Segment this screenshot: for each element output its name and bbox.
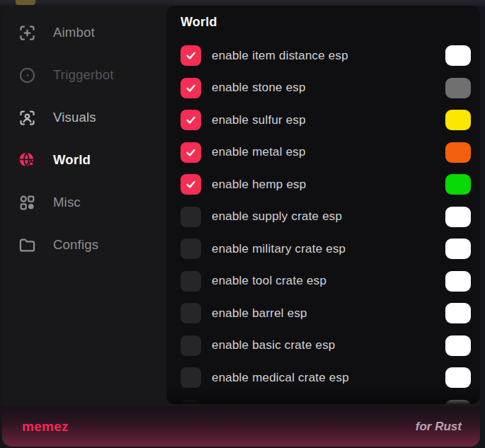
esp-settings-list: enable item distance esp enable stone es…: [166, 40, 480, 404]
screen: Aimbot Triggerbot Visuals World Misc Con…: [0, 0, 485, 448]
checkbox-enable-sulfur-esp[interactable]: [181, 110, 201, 130]
sidebar-item-label: Misc: [53, 195, 81, 210]
sidebar-item-label: Configs: [53, 237, 98, 253]
esp-row: enable sulfur esp: [166, 104, 480, 137]
color-swatch-enable-medical-crate-esp[interactable]: [445, 367, 471, 388]
background-strip: [0, 0, 485, 6]
color-swatch-enable-tool-crate-esp[interactable]: [445, 271, 471, 292]
footer: memez for Rust: [2, 406, 480, 447]
sidebar-item-configs[interactable]: Configs: [2, 224, 166, 266]
esp-row: enable stone esp: [166, 72, 480, 105]
color-swatch-enable-supply-crate-esp[interactable]: [445, 207, 471, 227]
sidebar-item-aimbot[interactable]: Aimbot: [2, 11, 166, 54]
color-swatch-enable-metal-esp[interactable]: [445, 142, 471, 163]
checkbox-enable-hemp-esp[interactable]: [181, 174, 201, 195]
color-swatch-partial-row[interactable]: [445, 400, 471, 404]
esp-row-label: enable supply crate esp: [212, 209, 342, 224]
color-swatch-enable-stone-esp[interactable]: [445, 78, 471, 98]
color-swatch-enable-sulfur-esp[interactable]: [445, 110, 471, 130]
sidebar-item-label: World: [53, 152, 91, 168]
triggerbot-icon: [18, 66, 37, 85]
esp-row-label: enable item distance esp: [212, 49, 348, 63]
esp-row-label: enable metal esp: [212, 145, 306, 159]
esp-row-label: enable basic crate esp: [212, 338, 336, 352]
esp-row: enable metal esp: [166, 137, 480, 169]
esp-row-label: enable stone esp: [212, 81, 306, 95]
sidebar-item-world[interactable]: World: [2, 139, 166, 181]
tagline: for Rust: [416, 420, 462, 434]
color-swatch-enable-basic-crate-esp[interactable]: [445, 335, 471, 356]
sidebar-item-visuals[interactable]: Visuals: [2, 96, 166, 139]
esp-row: enable basic crate esp: [166, 330, 480, 362]
aimbot-icon: [18, 23, 37, 42]
esp-row: enable medical crate esp: [166, 362, 480, 394]
esp-row: [166, 394, 480, 405]
sidebar: Aimbot Triggerbot Visuals World Misc Con…: [2, 6, 166, 406]
esp-row: enable supply crate esp: [166, 201, 480, 234]
checkbox-enable-military-crate-esp[interactable]: [181, 239, 201, 259]
sidebar-item-label: Triggerbot: [53, 67, 114, 83]
checkbox-enable-basic-crate-esp[interactable]: [181, 335, 201, 356]
world-icon: [18, 151, 37, 170]
color-swatch-enable-hemp-esp[interactable]: [445, 174, 471, 195]
checkbox-enable-item-distance-esp[interactable]: [181, 45, 201, 66]
esp-row-label: enable hemp esp: [212, 178, 306, 192]
esp-row-label: enable medical crate esp: [212, 371, 349, 385]
world-panel: World enable item distance esp enable st…: [166, 6, 480, 404]
esp-row: enable military crate esp: [166, 233, 480, 265]
esp-row-label: enable sulfur esp: [212, 113, 306, 127]
esp-row: enable item distance esp: [166, 40, 480, 72]
checkbox-enable-metal-esp[interactable]: [181, 142, 201, 163]
background-glimpse: [16, 0, 35, 5]
esp-row: enable tool crate esp: [166, 265, 480, 298]
cheat-window: Aimbot Triggerbot Visuals World Misc Con…: [2, 6, 480, 447]
configs-icon: [18, 236, 37, 255]
checkbox-enable-medical-crate-esp[interactable]: [181, 367, 201, 388]
sidebar-item-label: Aimbot: [53, 25, 95, 40]
esp-row: enable hemp esp: [166, 168, 480, 201]
color-swatch-enable-item-distance-esp[interactable]: [445, 45, 471, 66]
misc-icon: [18, 193, 37, 212]
checkbox-enable-barrel-esp[interactable]: [181, 303, 201, 323]
sidebar-item-misc[interactable]: Misc: [2, 181, 166, 224]
color-swatch-enable-military-crate-esp[interactable]: [445, 239, 471, 259]
visuals-icon: [18, 108, 37, 127]
esp-row: enable barrel esp: [166, 297, 480, 330]
esp-row-label: enable tool crate esp: [212, 274, 326, 288]
sidebar-item-triggerbot[interactable]: Triggerbot: [2, 54, 166, 96]
esp-row-label: enable military crate esp: [212, 242, 346, 256]
brand-name: memez: [22, 419, 69, 435]
sidebar-item-label: Visuals: [53, 110, 96, 125]
checkbox-enable-supply-crate-esp[interactable]: [181, 207, 201, 227]
esp-row-label: enable barrel esp: [212, 306, 307, 321]
checkbox-enable-tool-crate-esp[interactable]: [181, 271, 201, 292]
color-swatch-enable-barrel-esp[interactable]: [445, 303, 471, 323]
checkbox-enable-stone-esp[interactable]: [181, 78, 201, 98]
checkbox-partial-row[interactable]: [181, 400, 201, 404]
panel-title: World: [166, 6, 480, 29]
